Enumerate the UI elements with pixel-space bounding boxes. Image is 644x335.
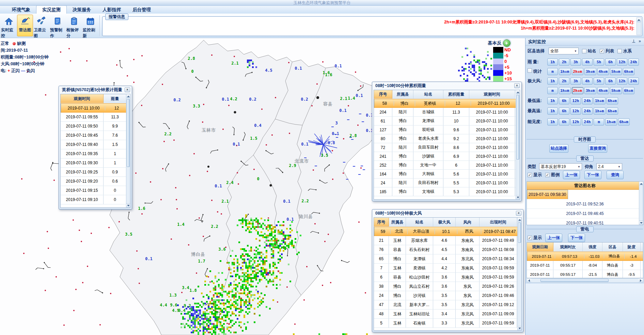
document-toolbar-button[interactable]: 预警制作 xyxy=(50,15,66,36)
column-header[interactable]: 观测日期 xyxy=(527,242,553,251)
table-row[interactable]: 38博白凤山立石村3.6东风2019-07-11 09:26 xyxy=(374,282,521,291)
column-header[interactable]: 所属县 xyxy=(389,218,406,227)
radar-image-item[interactable]: 2019-07-11 09:52:36 xyxy=(527,199,643,209)
period-button-2h[interactable]: 2h xyxy=(559,78,569,85)
table-row[interactable]: 2019-07-11 09:509.9 xyxy=(61,122,130,131)
table-row[interactable]: 204陆川古城镇11.32019-07-11 10:00 xyxy=(374,108,520,117)
close-icon[interactable]: × xyxy=(514,83,520,88)
period-button-6h+m[interactable]: 6h+m xyxy=(623,68,635,75)
elevation-select[interactable]: 2.4▼ xyxy=(596,163,622,170)
radar-next-button[interactable]: 下一张 xyxy=(584,171,601,179)
table-row[interactable]: 2019-07-1109:55:17-21.5博白县-9.511 xyxy=(527,270,643,278)
table-row[interactable]: 80博白老虎头水库9.22019-07-11 10:00 xyxy=(374,134,520,143)
period-button-6h+m[interactable]: 6h+m xyxy=(623,87,635,94)
pin-icon[interactable]: ⊥ xyxy=(632,39,637,44)
period-button-1h[interactable]: 1h xyxy=(547,107,558,115)
column-header[interactable]: 观测时间 xyxy=(61,94,104,103)
period-button-24h[interactable]: 24h xyxy=(582,107,593,115)
scrollbar[interactable] xyxy=(639,182,643,225)
table-row[interactable]: 7玉林卖酒镇4.2东南风2019-07-11 09:59 xyxy=(374,264,521,273)
table-row[interactable]: 2019-07-11 09:301 xyxy=(61,158,130,168)
period-button-2h[interactable]: 2h xyxy=(559,58,569,66)
radar-image-item[interactable]: 2019-07-11 09:58:30 xyxy=(527,190,568,199)
table-row[interactable]: 24陆川良田石垌村5.52019-07-11 10:00 xyxy=(374,179,520,187)
menu-tab-4[interactable]: 人影指挥 xyxy=(97,6,127,14)
horizontal-scrollbar[interactable] xyxy=(527,278,643,283)
radar-type-select[interactable]: 基本反射率19▼ xyxy=(539,163,582,170)
period-button-12h[interactable]: 12h xyxy=(570,107,581,115)
table-row[interactable]: 59北流大容山顶10.1西风2019-07-11 08:47 xyxy=(374,227,520,236)
lightning-prev-button[interactable]: 上一张 xyxy=(545,234,562,242)
menu-tab-3[interactable]: 决策服务 xyxy=(67,6,97,14)
table-row[interactable]: 2019-07-11 09:200.6 xyxy=(61,177,130,186)
column-header[interactable]: 序号 xyxy=(374,218,389,227)
period-button-1h+m[interactable]: 1h+m xyxy=(594,97,606,104)
period-button-3h[interactable]: 3h xyxy=(570,58,581,66)
select-station-button[interactable]: 站点选择 xyxy=(549,144,568,153)
direct-query-button[interactable]: 直接查询 xyxy=(588,144,607,153)
period-button-1h[interactable]: 1h xyxy=(547,97,558,104)
table-row[interactable]: 21玉林苏烟水库4.6东南风2019-07-11 09:49 xyxy=(374,236,521,245)
table-row[interactable]: 185博白文地镇5.32019-07-11 10:00 xyxy=(374,187,520,196)
column-header[interactable]: 区县 xyxy=(602,242,623,251)
column-header[interactable]: 雨量 xyxy=(104,94,127,103)
wind-gust-window[interactable]: 08时~10时00分钟极大风 × 序号所属县站名极大风风向出现时间59北流大容山… xyxy=(372,209,523,332)
radar-query-button[interactable]: 查询 xyxy=(607,171,624,179)
period-button-6h+m[interactable]: 6h+m xyxy=(618,118,630,125)
scrollbar[interactable] xyxy=(516,90,520,199)
legend-add-button[interactable]: + xyxy=(503,39,511,47)
period-button-1h[interactable]: 1h xyxy=(547,78,558,85)
home-toolbar-button[interactable]: 实时监控 xyxy=(1,15,17,36)
column-header[interactable]: 序号 xyxy=(374,90,392,99)
period-button-3h[interactable]: 3h xyxy=(570,78,581,85)
radar-show-checkbox[interactable]: ✓ xyxy=(528,173,532,177)
table-row[interactable]: 65博白龙潭镇4.4东北风2019-07-11 08:34 xyxy=(374,254,521,264)
table-row[interactable]: 76容县石头石剑村4.5东南风2019-07-11 08:08 xyxy=(374,245,521,254)
period-button-6h[interactable]: 6h xyxy=(605,58,616,66)
period-button-4h+m[interactable]: 4h+m xyxy=(597,68,609,75)
menu-tab-5[interactable]: 后台管理 xyxy=(127,6,157,14)
column-header[interactable]: 累积雨量 xyxy=(443,90,469,99)
table-row[interactable]: 241博白沙陂镇6.92019-07-11 10:00 xyxy=(374,152,520,161)
clipboard-toolbar-button[interactable]: 检验评分 xyxy=(66,15,82,36)
menu-tab-2[interactable]: 实况监测 xyxy=(36,5,67,14)
lightning-show-checkbox[interactable]: ✓ xyxy=(528,236,532,240)
column-header[interactable]: 观测时间 xyxy=(469,90,515,99)
table-row[interactable]: 252博白文地一中62019-07-11 10:00 xyxy=(374,161,520,170)
column-header[interactable]: 极大风 xyxy=(433,218,456,227)
period-button-24h[interactable]: 24h xyxy=(628,58,639,66)
period-button-4h[interactable]: 4h xyxy=(582,78,593,85)
radar-image-item[interactable]: 2019-07-11 09:46:45 xyxy=(527,209,643,218)
table-row[interactable]: 61博白龙潭镇102019-07-11 10:00 xyxy=(374,117,520,125)
table-row[interactable]: 164博白大垌镇5.62019-07-11 10:00 xyxy=(374,170,520,179)
table-row[interactable]: 127博白双旺镇9.62019-07-11 10:00 xyxy=(374,125,520,134)
period-button-5h[interactable]: 5h xyxy=(594,78,604,85)
period-button-24h[interactable]: 24h xyxy=(628,78,639,85)
radar-prev-button[interactable]: 上一张 xyxy=(563,171,580,179)
period-button-1h+m[interactable]: 1h+m xyxy=(594,107,606,115)
period-button-3h+m[interactable]: 3h+m xyxy=(584,68,596,75)
column-header[interactable]: 站名 xyxy=(413,90,443,99)
table-row[interactable]: 24博白沙河镇3.5东风2019-07-11 09:46 xyxy=(374,291,521,300)
close-icon[interactable]: × xyxy=(125,87,130,92)
district-select[interactable]: 全部▼ xyxy=(549,48,579,54)
lightning-next-button[interactable]: 下一张 xyxy=(568,234,585,242)
menu-tab-1[interactable]: 环境气象 xyxy=(6,6,36,14)
satellite-toolbar-button[interactable]: 卫星云图 xyxy=(33,15,49,36)
table-row[interactable]: 47北流新丰大罗...3.5东北风2019-07-11 09:12 xyxy=(374,300,521,309)
column-header[interactable]: 强度 xyxy=(583,242,602,251)
period-button-4h+m[interactable]: 4h+m xyxy=(597,87,609,94)
layer-checkbox-列表[interactable]: ✓ xyxy=(600,49,604,53)
column-header[interactable]: 陡度 xyxy=(623,242,641,251)
table-row[interactable]: 2019-07-11 09:5511.3 xyxy=(61,113,130,122)
close-icon[interactable]: × xyxy=(516,211,521,216)
column-header[interactable]: 所属县 xyxy=(392,90,413,99)
period-button-1h+m[interactable]: 1h+m xyxy=(559,68,571,75)
table-row[interactable]: 5玉林石南镇3.3东北风2019-07-11 09:59 xyxy=(374,319,521,328)
period-button-5h+m[interactable]: 5h+m xyxy=(610,87,622,94)
radar-legend-checkbox[interactable]: ✓ xyxy=(545,173,550,177)
period-button-12h[interactable]: 12h xyxy=(617,78,627,85)
table-row[interactable]: 6容县松山沙田村3.6东南风2019-07-11 09:59 xyxy=(374,273,521,282)
collapse-icon[interactable]: » xyxy=(639,39,642,44)
column-header[interactable]: 误差 xyxy=(641,242,643,251)
